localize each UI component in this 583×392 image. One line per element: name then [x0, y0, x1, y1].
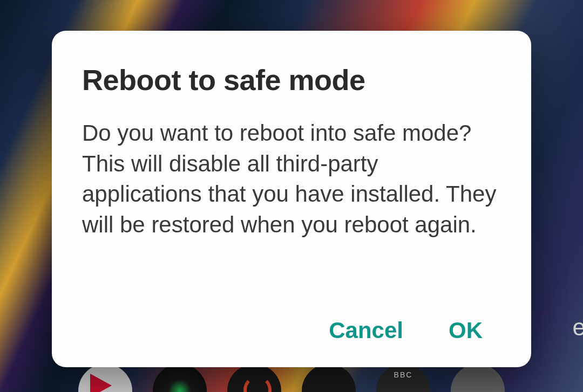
dock-app-icon[interactable]: BBC [376, 364, 430, 392]
dock-app-icon[interactable] [153, 364, 207, 392]
dialog-title: Reboot to safe mode [82, 63, 501, 97]
ok-button[interactable]: OK [443, 313, 488, 348]
dialog-actions: Cancel OK [82, 313, 501, 351]
dock-app-icon[interactable] [78, 364, 132, 392]
dock-app-icon[interactable] [302, 364, 356, 392]
cancel-button[interactable]: Cancel [323, 313, 409, 348]
dock-app-icon[interactable] [451, 364, 505, 392]
reboot-safe-mode-dialog: Reboot to safe mode Do you want to reboo… [52, 31, 531, 367]
dialog-message: Do you want to reboot into safe mode? Th… [82, 118, 501, 313]
partial-app-label: e [573, 314, 583, 341]
dock-app-icon[interactable] [227, 364, 281, 392]
app-dock: BBC [0, 364, 583, 392]
